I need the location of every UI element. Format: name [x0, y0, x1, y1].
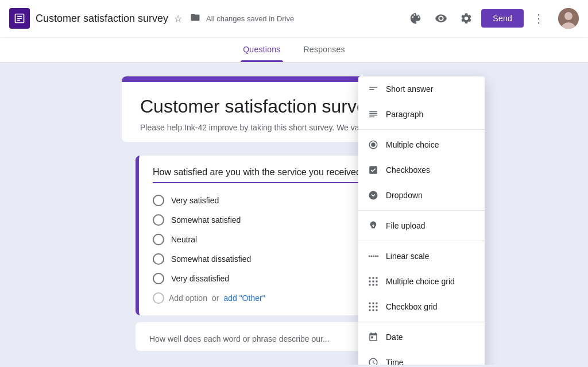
- option-label-3: Neutral: [171, 235, 197, 244]
- menu-item-short-answer[interactable]: Short answer: [358, 76, 485, 102]
- add-other-link[interactable]: add "Other": [223, 293, 265, 303]
- radio-neutral[interactable]: [153, 234, 164, 245]
- svg-point-16: [369, 191, 377, 199]
- multiple-choice-grid-icon: [368, 276, 379, 287]
- tab-questions[interactable]: Questions: [241, 37, 283, 62]
- tabbar: Questions Responses: [0, 37, 588, 63]
- topbar: Customer satisfaction survey ☆ All chang…: [0, 0, 588, 37]
- file-upload-icon: [368, 220, 379, 231]
- date-icon: [368, 331, 379, 343]
- menu-label-checkbox-grid: Checkbox grid: [386, 302, 438, 311]
- svg-rect-28: [369, 284, 371, 286]
- svg-rect-37: [369, 310, 371, 311]
- option-label-2: Somewhat satisfied: [171, 215, 241, 225]
- svg-rect-34: [369, 306, 371, 308]
- linear-scale-icon: [368, 250, 379, 262]
- dropdown-icon: [368, 190, 379, 201]
- svg-rect-32: [373, 303, 374, 304]
- option-label-5: Very dissatisfied: [171, 274, 229, 283]
- svg-rect-25: [369, 281, 371, 283]
- short-answer-icon: [368, 83, 379, 95]
- svg-point-19: [373, 256, 374, 257]
- option-label-4: Somewhat dissatisfied: [171, 254, 251, 264]
- menu-item-paragraph[interactable]: Paragraph: [358, 102, 485, 127]
- menu-item-date[interactable]: Date: [358, 324, 485, 350]
- or-text: or: [212, 293, 219, 303]
- svg-rect-30: [376, 284, 378, 286]
- option-label-1: Very satisfied: [171, 196, 219, 205]
- svg-rect-35: [373, 306, 374, 308]
- menu-item-multiple-choice[interactable]: Multiple choice: [358, 132, 485, 157]
- menu-label-multiple-choice-grid: Multiple choice grid: [386, 277, 455, 286]
- avatar[interactable]: [558, 8, 579, 29]
- add-option-text[interactable]: Add option: [169, 293, 207, 303]
- add-option-radio: [153, 292, 164, 304]
- time-icon: [368, 357, 379, 365]
- menu-item-checkbox-grid[interactable]: Checkbox grid: [358, 294, 485, 319]
- menu-label-paragraph: Paragraph: [386, 110, 423, 119]
- palette-button[interactable]: [405, 8, 426, 29]
- divider-2: [358, 210, 485, 211]
- multiple-choice-icon: [368, 139, 379, 150]
- folder-icon[interactable]: [190, 12, 200, 25]
- svg-point-17: [369, 256, 370, 257]
- svg-rect-29: [373, 284, 374, 286]
- dropdown-menu: Short answer Paragraph Multiple choice C…: [358, 76, 485, 365]
- radio-very-satisfied[interactable]: [153, 195, 164, 206]
- svg-rect-38: [373, 310, 374, 311]
- svg-point-18: [371, 256, 373, 257]
- main-content: Customer satisfaction survey Please help…: [0, 63, 588, 365]
- menu-label-time: Time: [386, 358, 404, 365]
- menu-item-dropdown[interactable]: Dropdown: [358, 183, 485, 208]
- more-options-button[interactable]: ⋮: [528, 8, 549, 29]
- svg-point-20: [375, 256, 377, 257]
- topbar-icons: Send ⋮: [405, 8, 579, 29]
- topbar-left: Customer satisfaction survey ☆ All chang…: [9, 8, 405, 29]
- svg-point-14: [371, 142, 376, 147]
- menu-item-file-upload[interactable]: File upload: [358, 213, 485, 238]
- checkboxes-icon: [368, 164, 379, 176]
- menu-label-short-answer: Short answer: [386, 84, 433, 94]
- doc-title: Customer satisfaction survey: [36, 13, 168, 25]
- menu-label-multiple-choice: Multiple choice: [386, 140, 439, 149]
- tab-responses[interactable]: Responses: [301, 37, 347, 62]
- radio-somewhat-satisfied[interactable]: [153, 214, 164, 226]
- menu-label-date: Date: [386, 333, 403, 342]
- divider-4: [358, 322, 485, 322]
- checkbox-grid-icon: [368, 301, 379, 312]
- divider-3: [358, 241, 485, 241]
- svg-point-5: [564, 12, 572, 20]
- send-button[interactable]: Send: [481, 9, 524, 28]
- menu-label-checkboxes: Checkboxes: [386, 165, 430, 175]
- menu-label-linear-scale: Linear scale: [386, 252, 430, 261]
- svg-rect-39: [376, 310, 378, 311]
- svg-rect-36: [376, 306, 378, 308]
- preview-button[interactable]: [431, 8, 451, 29]
- settings-button[interactable]: [456, 8, 477, 29]
- menu-item-time[interactable]: Time: [358, 350, 485, 365]
- svg-rect-26: [373, 281, 374, 283]
- menu-label-dropdown: Dropdown: [386, 191, 423, 200]
- menu-item-checkboxes[interactable]: Checkboxes: [358, 157, 485, 183]
- autosave-text: All changes saved in Drive: [206, 14, 294, 23]
- svg-point-21: [377, 256, 378, 257]
- radio-very-dissatisfied[interactable]: [153, 273, 164, 284]
- svg-rect-24: [376, 277, 378, 279]
- radio-somewhat-dissatisfied[interactable]: [153, 253, 164, 265]
- menu-item-linear-scale[interactable]: Linear scale: [358, 244, 485, 269]
- menu-label-file-upload: File upload: [386, 221, 425, 230]
- app-icon: [9, 8, 30, 29]
- svg-rect-33: [376, 303, 378, 304]
- paragraph-icon: [368, 109, 379, 120]
- second-card-text: How well does each word or phrase descri…: [149, 334, 330, 343]
- star-icon[interactable]: ☆: [174, 13, 182, 24]
- svg-rect-31: [369, 303, 371, 304]
- svg-rect-23: [373, 277, 374, 279]
- svg-rect-27: [376, 281, 378, 283]
- svg-rect-22: [369, 277, 371, 279]
- menu-item-multiple-choice-grid[interactable]: Multiple choice grid: [358, 269, 485, 294]
- divider-1: [358, 129, 485, 130]
